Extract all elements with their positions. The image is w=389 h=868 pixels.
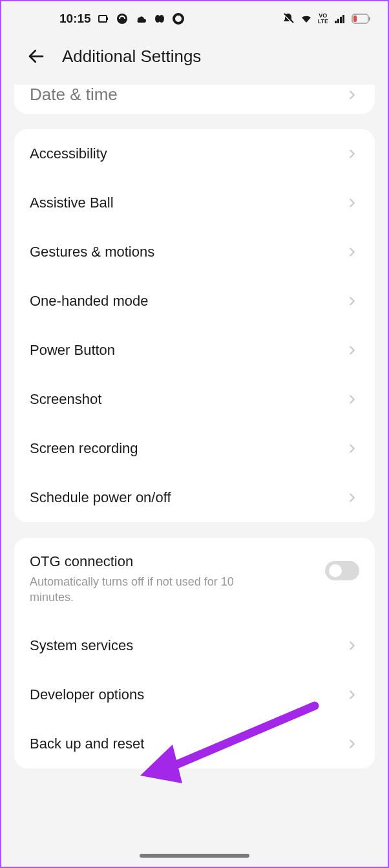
status-bar: 10:15 VOLTE	[1, 1, 388, 36]
chevron-right-icon	[345, 441, 359, 456]
chevron-right-icon	[345, 343, 359, 357]
page-title: Additional Settings	[62, 47, 201, 67]
wifi-icon	[300, 12, 313, 25]
row-power-button[interactable]: Power Button	[14, 326, 375, 375]
chevron-right-icon	[345, 147, 359, 161]
svg-rect-11	[342, 15, 344, 23]
back-button[interactable]	[25, 45, 48, 68]
row-developer-options[interactable]: Developer options	[14, 670, 375, 719]
row-label: Date & time	[30, 85, 345, 105]
row-subtitle: Automatically turns off if not used for …	[30, 574, 275, 606]
row-screenshot[interactable]: Screenshot	[14, 375, 375, 424]
svg-rect-1	[107, 17, 108, 20]
row-schedule-power[interactable]: Schedule power on/off	[14, 473, 375, 522]
row-label: System services	[30, 637, 345, 654]
row-label: Assistive Ball	[30, 195, 345, 211]
svg-point-5	[174, 14, 183, 23]
settings-card-accessibility: Accessibility Assistive Ball Gestures & …	[14, 129, 375, 522]
row-label: One-handed mode	[30, 293, 345, 310]
circle-solid-icon	[116, 12, 129, 25]
chevron-right-icon	[345, 639, 359, 653]
settings-card-datetime: Date & time	[14, 85, 375, 114]
chevron-right-icon	[345, 491, 359, 505]
ring-icon	[172, 12, 185, 25]
svg-point-2	[117, 14, 127, 24]
chevron-right-icon	[345, 392, 359, 407]
chevron-right-icon	[345, 196, 359, 210]
settings-content: Date & time Accessibility Assistive Ball…	[1, 85, 388, 768]
nav-handle[interactable]	[140, 854, 249, 858]
volte-icon: VOLTE	[318, 13, 328, 25]
row-label: Screen recording	[30, 440, 345, 457]
chevron-right-icon	[345, 88, 359, 102]
row-screen-recording[interactable]: Screen recording	[14, 424, 375, 473]
pill-icon	[153, 12, 166, 25]
row-otg-connection[interactable]: OTG connection Automatically turns off i…	[14, 538, 375, 621]
app-header: Additional Settings	[1, 36, 388, 85]
svg-rect-0	[99, 16, 107, 22]
row-label: Gestures & motions	[30, 244, 345, 260]
status-bar-right: VOLTE	[282, 12, 371, 25]
battery-low-icon	[352, 14, 371, 24]
chevron-right-icon	[345, 737, 359, 751]
svg-rect-14	[353, 16, 357, 22]
status-bar-left: 10:15	[59, 12, 185, 26]
svg-rect-9	[337, 19, 339, 23]
row-label: Schedule power on/off	[30, 489, 345, 506]
svg-rect-10	[340, 17, 342, 23]
row-label: Screenshot	[30, 391, 345, 408]
cloud-icon	[134, 12, 147, 25]
chevron-right-icon	[345, 245, 359, 259]
row-system-services[interactable]: System services	[14, 621, 375, 670]
status-time: 10:15	[59, 12, 91, 26]
row-label: OTG connection	[30, 553, 325, 570]
row-accessibility[interactable]: Accessibility	[14, 129, 375, 178]
row-one-handed-mode[interactable]: One-handed mode	[14, 277, 375, 326]
bell-off-icon	[282, 12, 295, 25]
row-date-time[interactable]: Date & time	[14, 85, 375, 114]
row-label: Back up and reset	[30, 736, 345, 752]
row-label: Developer options	[30, 686, 345, 703]
signal-icon	[333, 12, 346, 25]
svg-rect-8	[335, 21, 337, 23]
row-back-up-reset[interactable]: Back up and reset	[14, 719, 375, 768]
svg-rect-13	[369, 17, 370, 21]
chevron-right-icon	[345, 688, 359, 702]
row-assistive-ball[interactable]: Assistive Ball	[14, 178, 375, 228]
charging-icon	[97, 12, 110, 25]
row-label: Power Button	[30, 342, 345, 359]
svg-point-4	[159, 15, 164, 23]
otg-toggle[interactable]	[325, 561, 359, 580]
settings-card-system: OTG connection Automatically turns off i…	[14, 538, 375, 768]
chevron-right-icon	[345, 294, 359, 308]
row-label: Accessibility	[30, 145, 345, 162]
row-gestures-motions[interactable]: Gestures & motions	[14, 228, 375, 277]
